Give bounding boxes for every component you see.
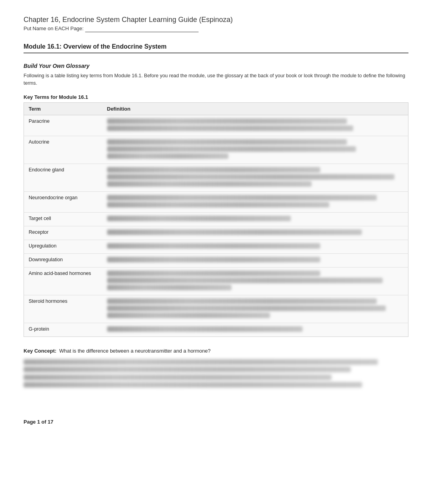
definition-blur: [107, 216, 404, 221]
table-row: Autocrine: [24, 136, 408, 164]
table-row: Amino acid-based hormones: [24, 267, 408, 295]
table-row: Upregulation: [24, 240, 408, 253]
definition-cell: [102, 267, 408, 295]
answer-line-2: [24, 367, 351, 372]
module-title: Module 16.1: Overview of the Endocrine S…: [24, 43, 408, 53]
definition-blur: [107, 257, 404, 262]
definition-cell: [102, 191, 408, 212]
answer-line-4: [24, 382, 362, 388]
column-header-term: Term: [24, 102, 102, 115]
glossary-section-description: Following is a table listing key terms f…: [24, 72, 408, 87]
table-row: Steroid hormones: [24, 295, 408, 323]
page-footer: Page 1 of 17: [24, 419, 408, 425]
term-cell: Amino acid-based hormones: [24, 267, 102, 295]
term-cell: Endocrine gland: [24, 164, 102, 191]
key-concept-answer: [24, 359, 408, 388]
term-cell: Paracrine: [24, 115, 102, 136]
definition-blur: [107, 118, 404, 131]
answer-line-3: [24, 375, 332, 380]
definition-blur: [107, 167, 404, 187]
definition-blur: [107, 195, 404, 207]
definition-blur: [107, 243, 404, 249]
table-header-row: Term Definition: [24, 102, 408, 115]
glossary-section-title: Build Your Own Glossary: [24, 63, 408, 69]
answer-line-1: [24, 359, 378, 365]
table-row: Endocrine gland: [24, 164, 408, 191]
key-concept-section: Key Concept: What is the difference betw…: [24, 348, 408, 388]
definition-blur: [107, 271, 404, 290]
term-cell: Receptor: [24, 226, 102, 240]
table-row: Target cell: [24, 212, 408, 226]
term-cell: Upregulation: [24, 240, 102, 253]
name-prompt-text: Put Name on EACH Page:: [24, 25, 85, 31]
key-concept-label: Key Concept:: [24, 348, 57, 354]
term-cell: Target cell: [24, 212, 102, 226]
definition-cell: [102, 295, 408, 323]
term-cell: G-protein: [24, 323, 102, 337]
term-cell: Steroid hormones: [24, 295, 102, 323]
page-header: Chapter 16, Endocrine System Chapter Lea…: [24, 16, 408, 31]
definition-blur: [107, 326, 404, 332]
table-row: Paracrine: [24, 115, 408, 136]
table-row: G-protein: [24, 323, 408, 337]
definition-blur: [107, 298, 404, 318]
name-prompt-line: Put Name on EACH Page:: [24, 25, 408, 31]
definition-cell: [102, 240, 408, 253]
key-concept-question: Key Concept: What is the difference betw…: [24, 348, 408, 354]
term-cell: Neuroendocrine organ: [24, 191, 102, 212]
definition-cell: [102, 323, 408, 337]
definition-cell: [102, 136, 408, 164]
term-cell: Downregulation: [24, 253, 102, 267]
column-header-definition: Definition: [102, 102, 408, 115]
table-row: Neuroendocrine organ: [24, 191, 408, 212]
definition-cell: [102, 253, 408, 267]
table-row: Downregulation: [24, 253, 408, 267]
definition-cell: [102, 226, 408, 240]
definition-cell: [102, 212, 408, 226]
table-row: Receptor: [24, 226, 408, 240]
document-title: Chapter 16, Endocrine System Chapter Lea…: [24, 16, 408, 24]
table-label: Key Terms for Module 16.1: [24, 94, 408, 100]
definition-blur: [107, 139, 404, 159]
term-cell: Autocrine: [24, 136, 102, 164]
definition-cell: [102, 164, 408, 191]
definition-blur: [107, 229, 404, 235]
student-name-field[interactable]: [85, 25, 199, 32]
glossary-table: Term Definition ParacrineAutocrineEndocr…: [24, 102, 408, 337]
key-concept-question-text: What is the difference between a neurotr…: [59, 348, 211, 354]
definition-cell: [102, 115, 408, 136]
